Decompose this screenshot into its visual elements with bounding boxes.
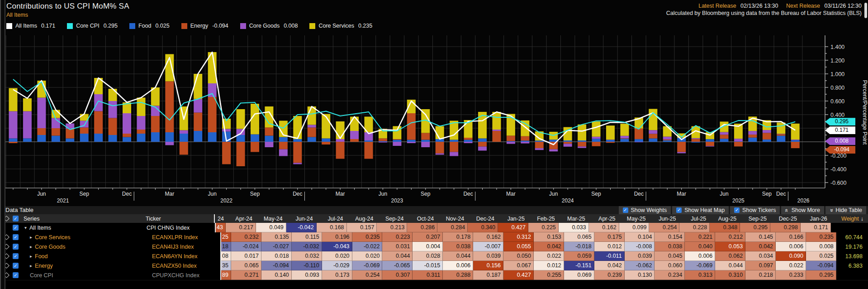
value-cell-oct-24[interactable]: 0.207	[413, 232, 443, 242]
value-cell-aug-24[interactable]: 0.020	[352, 251, 383, 261]
legend-item-energy[interactable]: Energy-0.094	[181, 23, 228, 29]
value-cell-sep-24[interactable]: 0.044	[382, 251, 413, 261]
value-cell-oct-24[interactable]: 0.311	[413, 270, 443, 280]
value-cell-dec-24[interactable]: 0.340	[468, 223, 498, 232]
value-cell-dec-25[interactable]: 0.298	[770, 223, 801, 232]
cpi-contribution-chart[interactable]: -0.600-0.400-0.2000.4000.6000.8001.0001.…	[0, 30, 868, 206]
value-cell-apr-25[interactable]: 0.239	[594, 270, 625, 280]
checkbox-checked-icon[interactable]: ✓	[13, 225, 19, 231]
column-header-sep-25[interactable]: Sep-25	[739, 214, 769, 223]
column-header-aug-25[interactable]: Aug-25	[709, 214, 739, 223]
value-cell-aug-25[interactable]: 0.044	[715, 261, 745, 270]
value-cell-feb-25[interactable]: 0.153	[534, 232, 564, 242]
checkbox-checked-icon[interactable]: ✓	[623, 207, 628, 213]
value-cell-jun-24[interactable]: -0.110	[292, 261, 322, 270]
clipped-value-cell[interactable]: 35	[221, 261, 231, 270]
value-cell-may-24[interactable]: 0.140	[261, 270, 292, 280]
value-cell-mar-25[interactable]: 0.065	[564, 232, 594, 242]
value-cell-feb-25[interactable]: 0.042	[534, 242, 564, 251]
value-cell-aug-25[interactable]: 0.212	[715, 232, 745, 242]
value-cell-jul-24[interactable]: -0.029	[322, 261, 352, 270]
value-cell-may-24[interactable]: -0.094	[261, 261, 292, 270]
series-name-cell[interactable]: ▸Energy	[24, 261, 152, 270]
clipped-value-cell[interactable]: 89	[221, 270, 231, 280]
column-header-dec-24[interactable]: Dec-24	[467, 214, 497, 223]
legend-item-core-services[interactable]: Core Services0.235	[309, 23, 372, 29]
checkbox-checked-icon[interactable]: ✓	[13, 263, 19, 269]
value-cell-jun-25[interactable]: 0.254	[649, 223, 679, 232]
value-cell-sep-24[interactable]: 0.031	[382, 242, 413, 251]
ticker-cell[interactable]: CPI CHNG Index	[147, 223, 216, 232]
expand-arrow-icon[interactable]: ▾	[24, 225, 27, 230]
column-header-oct-24[interactable]: Oct-24	[406, 214, 436, 223]
value-cell-jun-24[interactable]: -0.032	[292, 242, 322, 251]
value-cell-may-24[interactable]: 0.018	[261, 251, 292, 261]
column-header-jul-25[interactable]: Jul-25	[678, 214, 709, 223]
value-cell-dec-24[interactable]: 0.162	[473, 232, 503, 242]
value-cell-jun-24[interactable]: 0.032	[292, 251, 322, 261]
value-cell-aug-25[interactable]: 0.348	[710, 223, 740, 232]
value-cell-sep-25[interactable]: 0.145	[745, 232, 776, 242]
series-name-cell[interactable]: ▾All Items	[24, 223, 147, 232]
column-header-mar-25[interactable]: Mar-25	[558, 214, 588, 223]
ticker-cell[interactable]: ECAN6AYN Index	[152, 251, 221, 261]
value-cell-feb-25[interactable]: 0.012	[534, 261, 564, 270]
ticker-cell[interactable]: ECANXLPR Index	[152, 232, 221, 242]
series-name-cell[interactable]: Core CPI	[24, 270, 152, 280]
value-cell-sep-25[interactable]: 0.295	[740, 223, 770, 232]
value-cell-aug-24[interactable]: -0.069	[352, 261, 383, 270]
value-cell-mar-25[interactable]: 0.069	[564, 270, 594, 280]
value-cell-dec-24[interactable]: 0.187	[473, 270, 503, 280]
legend-item-food[interactable]: Food0.025	[129, 23, 170, 29]
column-header-feb-25[interactable]: Feb-25	[527, 214, 558, 223]
value-cell-jul-24[interactable]: 0.168	[317, 223, 347, 232]
value-cell-dec-25[interactable]: 0.006	[776, 242, 806, 251]
column-header-may-25[interactable]: May-25	[618, 214, 649, 223]
ticker-cell[interactable]: CPUPXCHG Index	[152, 270, 221, 280]
left-panel-handle[interactable]	[0, 0, 5, 289]
show-more-button[interactable]: «Show More	[781, 206, 824, 214]
row-visibility-checkbox[interactable]: ✓	[13, 242, 24, 251]
value-cell-aug-24[interactable]: 0.157	[347, 223, 377, 232]
value-cell-aug-25[interactable]: 0.062	[715, 251, 745, 261]
value-cell-aug-24[interactable]: 0.235	[352, 232, 383, 242]
value-cell-jan-25[interactable]: 0.055	[503, 242, 534, 251]
value-cell-mar-25[interactable]: -0.018	[564, 242, 594, 251]
column-header-jan-25[interactable]: Jan-25	[497, 214, 527, 223]
value-cell-sep-24[interactable]: 0.223	[382, 232, 413, 242]
value-cell-jan-26[interactable]: 0.295	[806, 270, 836, 280]
value-cell-nov-24[interactable]: 0.178	[443, 232, 473, 242]
value-cell-dec-24[interactable]: -0.007	[473, 242, 503, 251]
ticker-cell[interactable]: ECANZX50 Index	[152, 261, 221, 270]
value-cell-aug-25[interactable]: 0.310	[715, 270, 745, 280]
value-cell-apr-24[interactable]: 0.271	[231, 270, 261, 280]
row-visibility-checkbox[interactable]: ✓	[13, 251, 24, 261]
value-cell-jul-25[interactable]: 0.221	[685, 232, 715, 242]
value-cell-aug-25[interactable]: 0.053	[715, 242, 745, 251]
checkbox-checked-icon[interactable]: ✓	[13, 272, 19, 278]
clipped-value-cell[interactable]: 25	[221, 232, 231, 242]
column-header-aug-24[interactable]: Aug-24	[346, 214, 376, 223]
value-cell-dec-25[interactable]: 0.022	[776, 261, 806, 270]
value-cell-sep-25[interactable]: 0.042	[745, 242, 776, 251]
checkbox-checked-icon[interactable]: ✓	[13, 244, 19, 250]
column-header-jun-24[interactable]: Jun-24	[285, 214, 316, 223]
value-cell-may-25[interactable]: 0.099	[619, 223, 650, 232]
column-header-sep-24[interactable]: Sep-24	[376, 214, 406, 223]
column-header-apr-24[interactable]: Apr-24	[225, 214, 255, 223]
value-cell-feb-25[interactable]: 0.022	[534, 251, 564, 261]
value-cell-jan-25[interactable]: 0.427	[498, 223, 528, 232]
value-cell-apr-24[interactable]: -0.024	[231, 242, 261, 251]
value-cell-may-25[interactable]: -0.062	[625, 261, 655, 270]
value-cell-nov-24[interactable]: 0.038	[443, 242, 473, 251]
value-cell-oct-24[interactable]: 0.028	[413, 251, 443, 261]
value-cell-may-24[interactable]: 0.049	[256, 223, 286, 232]
show-heat-map-button[interactable]: ✓Show Heat Map	[672, 206, 729, 214]
value-cell-apr-25[interactable]: 0.175	[594, 232, 625, 242]
value-cell-feb-25[interactable]: 0.255	[534, 270, 564, 280]
value-cell-jul-25[interactable]: 0.040	[685, 242, 715, 251]
clipped-value-cell[interactable]: 43	[216, 223, 226, 232]
legend-item-all-items[interactable]: All Items0.171	[6, 23, 55, 29]
column-header-nov-24[interactable]: Nov-24	[436, 214, 467, 223]
collapse-arrow-icon[interactable]: ▸	[30, 254, 32, 259]
